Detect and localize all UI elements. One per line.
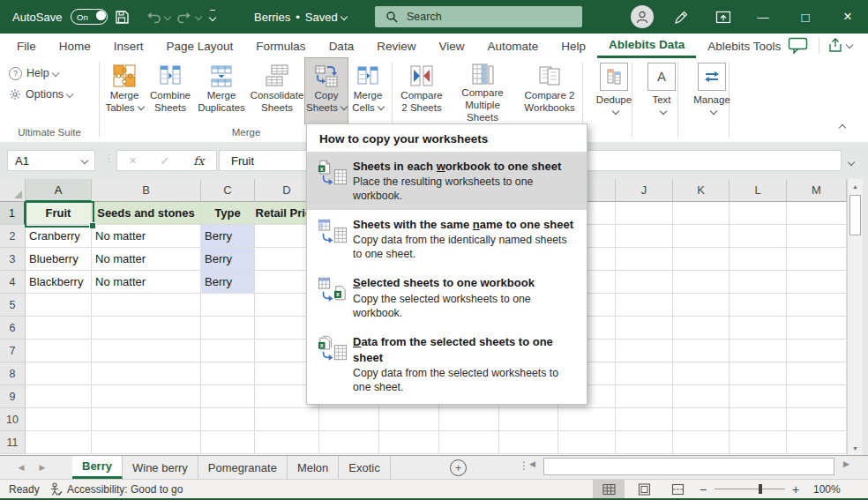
undo-icon[interactable]: [146, 0, 170, 34]
cell-b1[interactable]: Seeds and stones: [92, 202, 201, 225]
page-layout-view-button[interactable]: [628, 480, 660, 498]
cell[interactable]: [787, 317, 847, 340]
cancel-icon[interactable]: ×: [129, 153, 136, 168]
cell[interactable]: [673, 294, 730, 317]
cell[interactable]: [673, 317, 730, 340]
collapse-ribbon-icon[interactable]: [839, 124, 846, 131]
cell[interactable]: [26, 294, 92, 317]
copy-sheets-button[interactable]: Copy Sheets: [305, 58, 348, 123]
cell[interactable]: [616, 225, 673, 248]
merge-tables-button[interactable]: Merge Tables: [102, 58, 146, 123]
zoom-slider[interactable]: [715, 489, 785, 489]
cell[interactable]: [201, 385, 255, 408]
cell[interactable]: [616, 317, 673, 340]
tab-more-icon[interactable]: ⋮: [519, 459, 529, 472]
cell[interactable]: [379, 408, 439, 431]
row-header-5[interactable]: 5: [0, 294, 26, 317]
cell[interactable]: [787, 362, 847, 385]
cell[interactable]: [730, 385, 787, 408]
cell-c3[interactable]: Berry: [201, 248, 255, 271]
sheet-nav-right-icon[interactable]: ▶: [32, 456, 53, 479]
cell[interactable]: [673, 431, 730, 454]
row-header-6[interactable]: 6: [0, 317, 26, 340]
accessibility-icon[interactable]: [49, 480, 63, 498]
cell[interactable]: [499, 431, 558, 454]
cell[interactable]: [673, 408, 730, 431]
dedupe-button[interactable]: Dedupe: [593, 58, 635, 123]
column-header-b[interactable]: B: [92, 179, 201, 202]
close-button[interactable]: ×: [828, 0, 867, 34]
cell[interactable]: [616, 271, 673, 294]
cell[interactable]: [673, 362, 730, 385]
hscroll-right-icon[interactable]: ▶: [843, 459, 849, 468]
cell[interactable]: [787, 431, 847, 454]
cell-b2[interactable]: No matter: [92, 225, 201, 248]
customize-quick-access-icon[interactable]: [210, 0, 215, 34]
compare-2-workbooks-button[interactable]: Compare 2 Workbooks: [517, 58, 582, 123]
merge-duplicates-button[interactable]: Merge Duplicates: [194, 58, 249, 123]
sheet-tab-pomegranate[interactable]: Pomegranate: [198, 456, 288, 479]
tab-help[interactable]: Help: [550, 34, 597, 58]
cell[interactable]: [616, 408, 673, 431]
cell-a4[interactable]: Blackberry: [26, 271, 92, 294]
menu-item-selected-sheets-to-workbook[interactable]: x Selected sheets to one workbook Copy t…: [307, 268, 587, 326]
vertical-scroll-thumb[interactable]: [849, 195, 861, 235]
cell[interactable]: [673, 271, 730, 294]
scroll-up-icon[interactable]: ▲: [848, 179, 863, 193]
cell[interactable]: [92, 317, 201, 340]
sheet-tab-wine-berry[interactable]: Wine berry: [123, 456, 198, 479]
cell[interactable]: [379, 431, 439, 454]
cell[interactable]: [730, 202, 787, 225]
scroll-down-icon[interactable]: ▼: [848, 441, 863, 455]
cell[interactable]: [730, 248, 787, 271]
sheet-tab-berry[interactable]: Berry: [72, 456, 123, 479]
cell[interactable]: [92, 385, 201, 408]
help-button[interactable]: ? Help: [9, 63, 72, 83]
row-header-9[interactable]: 9: [0, 385, 26, 408]
tab-review[interactable]: Review: [365, 34, 427, 58]
cell[interactable]: [255, 431, 319, 454]
cell-b3[interactable]: No matter: [92, 248, 201, 271]
horizontal-scroll-thumb[interactable]: [543, 458, 834, 475]
cell[interactable]: [730, 340, 787, 362]
compare-multiple-sheets-button[interactable]: Compare Multiple Sheets: [448, 58, 517, 123]
maximize-button[interactable]: □: [786, 0, 825, 34]
cell[interactable]: [26, 431, 92, 454]
cell[interactable]: [26, 385, 92, 408]
cell[interactable]: [439, 431, 499, 454]
cell[interactable]: [201, 317, 255, 340]
column-header-m[interactable]: M: [787, 179, 847, 202]
cell[interactable]: [616, 202, 673, 225]
column-header-l[interactable]: L: [730, 179, 787, 202]
compare-2-sheets-button[interactable]: Compare 2 Sheets: [395, 58, 448, 123]
search-box[interactable]: [375, 6, 582, 27]
cell[interactable]: [255, 408, 319, 431]
page-break-view-button[interactable]: [662, 480, 693, 498]
cell[interactable]: [673, 385, 730, 408]
cell[interactable]: [787, 202, 847, 225]
cell[interactable]: [92, 408, 201, 431]
tab-insert[interactable]: Insert: [102, 34, 155, 58]
pen-icon[interactable]: [660, 0, 699, 34]
column-header-k[interactable]: K: [673, 179, 730, 202]
sheet-tab-melon[interactable]: Melon: [288, 456, 339, 479]
cell[interactable]: [787, 408, 847, 431]
tab-ablebits-data[interactable]: Ablebits Data: [597, 34, 696, 58]
tab-file[interactable]: File: [5, 34, 48, 58]
zoom-slider-thumb[interactable]: [759, 484, 762, 494]
tab-formulas[interactable]: Formulas: [244, 34, 317, 58]
cell[interactable]: [92, 294, 201, 317]
cell[interactable]: [730, 225, 787, 248]
cell[interactable]: [558, 408, 616, 431]
menu-item-sheets-same-name[interactable]: Sheets with the same name to one sheet C…: [307, 210, 587, 268]
cell[interactable]: [26, 362, 92, 385]
insert-function-icon[interactable]: fx: [193, 154, 204, 168]
cell[interactable]: [26, 317, 92, 340]
cell[interactable]: [201, 340, 255, 362]
manage-button[interactable]: Manage: [688, 58, 736, 123]
cell[interactable]: [616, 294, 673, 317]
avatar[interactable]: [631, 5, 654, 28]
cell-c2[interactable]: Berry: [201, 225, 255, 248]
select-all-corner[interactable]: [0, 179, 26, 202]
cell[interactable]: [616, 362, 673, 385]
